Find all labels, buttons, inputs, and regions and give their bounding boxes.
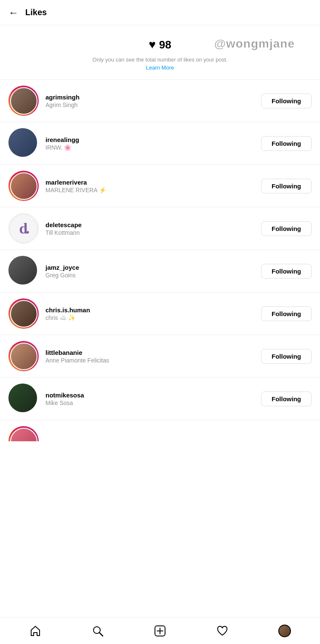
nav-search[interactable] (85, 622, 110, 640)
following-button[interactable]: Following (261, 179, 312, 193)
nav-add[interactable] (147, 622, 173, 640)
display-name: MARLENE RIVERA ⚡ (45, 187, 261, 193)
display-name: Till Kottmann (45, 229, 261, 236)
avatar-wrapper (8, 171, 39, 201)
username[interactable]: agrimsingh (45, 94, 261, 101)
user-item: agrimsingh Agrim Singh Following (0, 80, 320, 122)
user-info: chris.is.human chris ☁️ ✨ (45, 306, 261, 321)
username[interactable]: chris.is.human (45, 306, 261, 314)
user-item: jamz_joyce Greg Goins Following (0, 250, 320, 292)
user-item: d. deletescape Till Kottmann Following (0, 207, 320, 250)
likes-note: Only you can see the total number of lik… (93, 56, 228, 63)
user-info: marlenerivera MARLENE RIVERA ⚡ (45, 179, 261, 193)
user-item: littlebananie Anne Piamonte Felicitas Fo… (0, 335, 320, 378)
nav-profile[interactable] (272, 622, 297, 640)
user-info: irenealingg IRNW. 🌸 (45, 136, 261, 151)
following-button[interactable]: Following (261, 306, 312, 321)
likes-number: 98 (159, 38, 171, 51)
display-name: chris ☁️ ✨ (45, 314, 261, 321)
heart-icon: ♥ (149, 38, 156, 51)
partial-user-item (0, 420, 320, 441)
username[interactable]: marlenerivera (45, 179, 261, 186)
watermark: @wongmjane (214, 37, 295, 51)
avatar-wrapper: d. (8, 213, 39, 244)
learn-more-link[interactable]: Learn More (146, 64, 174, 71)
following-button[interactable]: Following (261, 94, 312, 108)
back-button[interactable]: ← (8, 7, 19, 19)
avatar (10, 300, 37, 327)
user-info: littlebananie Anne Piamonte Felicitas (45, 349, 261, 364)
avatar-wrapper (8, 341, 39, 371)
avatar (8, 384, 37, 412)
page-title: Likes (25, 8, 47, 17)
display-name: Greg Goins (45, 272, 261, 279)
story-ring (8, 298, 39, 329)
display-name: Agrim Singh (45, 102, 261, 108)
user-info: notmikesosa Mike Sosa (45, 392, 261, 406)
user-item: chris.is.human chris ☁️ ✨ Following (0, 292, 320, 335)
profile-avatar (278, 625, 291, 637)
display-name: IRNW. 🌸 (45, 144, 261, 151)
following-button[interactable]: Following (261, 264, 312, 279)
nav-home[interactable] (23, 622, 48, 640)
avatar-wrapper (8, 256, 39, 286)
activity-heart-icon (216, 625, 228, 637)
story-ring (8, 341, 39, 371)
add-icon (154, 625, 166, 637)
avatar-wrapper (8, 384, 39, 414)
user-info: agrimsingh Agrim Singh (45, 94, 261, 108)
nav-activity[interactable] (210, 622, 235, 640)
story-ring (8, 171, 39, 201)
home-icon (29, 625, 41, 637)
svg-line-1 (99, 633, 103, 636)
user-info: jamz_joyce Greg Goins (45, 264, 261, 279)
username[interactable]: deletescape (45, 221, 261, 228)
username[interactable]: notmikesosa (45, 392, 261, 399)
avatar (10, 343, 37, 370)
avatar-wrapper (8, 128, 39, 158)
username[interactable]: irenealingg (45, 136, 261, 143)
header: ← Likes (0, 0, 320, 25)
following-button[interactable]: Following (261, 136, 312, 151)
likes-summary: ♥ 98 @wongmjane Only you can see the tot… (0, 25, 320, 80)
following-button[interactable]: Following (261, 392, 312, 406)
avatar-wrapper (8, 86, 39, 116)
user-item: marlenerivera MARLENE RIVERA ⚡ Following (0, 165, 320, 207)
partial-avatar (8, 426, 39, 441)
display-name: Anne Piamonte Felicitas (45, 357, 261, 364)
user-info: deletescape Till Kottmann (45, 221, 261, 236)
avatar (10, 87, 37, 115)
avatar-wrapper (8, 298, 39, 329)
search-icon (92, 625, 104, 637)
following-button[interactable]: Following (261, 221, 312, 236)
avatar: d. (9, 214, 38, 243)
display-name: Mike Sosa (45, 400, 261, 406)
likes-count-row: ♥ 98 (149, 38, 171, 51)
avatar (8, 128, 37, 157)
user-item: notmikesosa Mike Sosa Following (0, 378, 320, 420)
username[interactable]: littlebananie (45, 349, 261, 356)
user-item: irenealingg IRNW. 🌸 Following (0, 122, 320, 165)
avatar (8, 256, 37, 284)
user-list: agrimsingh Agrim Singh Following ireneal… (0, 80, 320, 420)
avatar (10, 172, 37, 200)
username[interactable]: jamz_joyce (45, 264, 261, 271)
story-ring (8, 86, 39, 116)
bottom-nav (0, 617, 320, 644)
following-button[interactable]: Following (261, 349, 312, 364)
